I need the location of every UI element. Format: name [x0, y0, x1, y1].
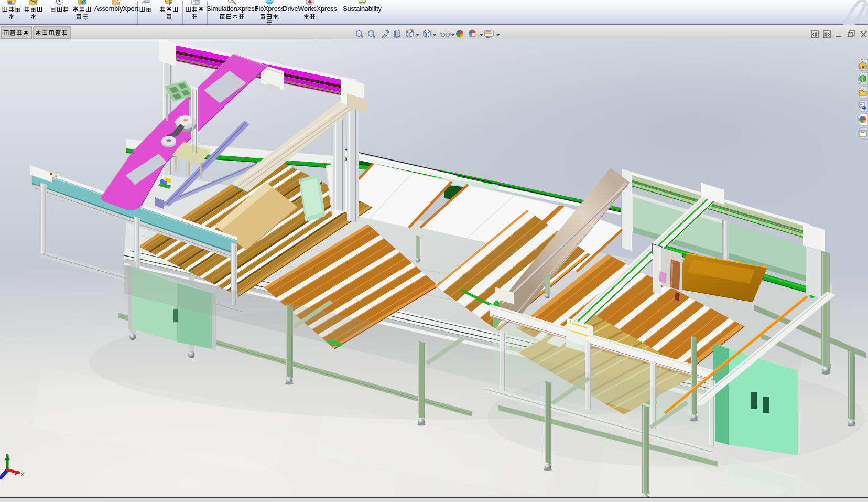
svg-text:DriveWorksXpress: DriveWorksXpress: [283, 5, 337, 13]
svg-text:x: x: [21, 471, 24, 477]
svg-text:AssemblyXpert: AssemblyXpert: [94, 5, 139, 13]
svg-text:FloXpress: FloXpress: [255, 5, 284, 13]
svg-text:SimulationXpress: SimulationXpress: [207, 5, 257, 13]
svg-text:Sustainability: Sustainability: [343, 5, 382, 13]
